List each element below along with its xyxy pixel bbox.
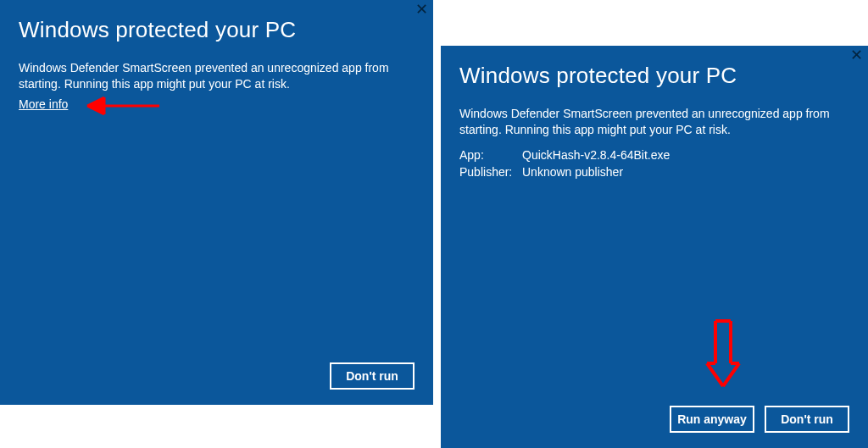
dialog-content: Windows protected your PC Windows Defend… (0, 0, 433, 405)
spacer (459, 179, 849, 406)
app-detail-row: App: QuickHash-v2.8.4-64Bit.exe (459, 148, 849, 162)
dialog-body-text: Windows Defender SmartScreen prevented a… (459, 106, 849, 138)
dialog-title: Windows protected your PC (19, 17, 415, 43)
dont-run-button[interactable]: Don't run (765, 406, 849, 433)
spacer (19, 111, 415, 362)
app-value: QuickHash-v2.8.4-64Bit.exe (522, 148, 670, 162)
publisher-value: Unknown publisher (522, 165, 623, 179)
smartscreen-dialog-expanded: ✕ Windows protected your PC Windows Defe… (441, 46, 868, 448)
dialog-body-text: Windows Defender SmartScreen prevented a… (19, 60, 409, 92)
more-info-link[interactable]: More info (19, 97, 415, 111)
app-label: App: (459, 148, 522, 162)
publisher-detail-row: Publisher: Unknown publisher (459, 165, 849, 179)
dont-run-button[interactable]: Don't run (330, 362, 415, 390)
smartscreen-dialog-initial: ✕ Windows protected your PC Windows Defe… (0, 0, 433, 405)
close-icon[interactable]: ✕ (415, 2, 428, 17)
button-row: Run anyway Don't run (459, 406, 849, 433)
dialog-title: Windows protected your PC (459, 63, 849, 89)
publisher-label: Publisher: (459, 165, 522, 179)
button-row: Don't run (19, 362, 415, 390)
run-anyway-button[interactable]: Run anyway (670, 406, 754, 433)
dialog-content: Windows protected your PC Windows Defend… (441, 46, 868, 448)
close-icon[interactable]: ✕ (850, 47, 863, 63)
